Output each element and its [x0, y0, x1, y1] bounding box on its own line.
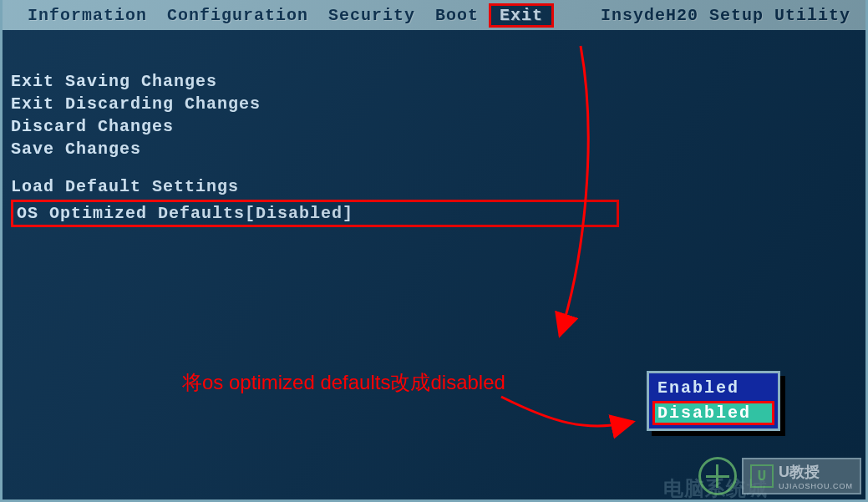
tab-configuration[interactable]: Configuration [157, 4, 318, 27]
watermark-logo: U U教授 UJIAOSHOU.COM [742, 458, 861, 494]
menu-exit-saving[interactable]: Exit Saving Changes [11, 72, 857, 91]
annotation-text: 将os optimized defaults改成disabled [182, 369, 505, 396]
os-opt-popup: Enabled Disabled [647, 371, 780, 431]
menu-os-optimized-defaults[interactable]: OS Optimized Defaults [Disabled] [11, 200, 857, 227]
menu-discard-changes[interactable]: Discard Changes [11, 117, 857, 136]
watermark-u-icon: U [750, 464, 774, 488]
tab-security[interactable]: Security [318, 4, 425, 27]
watermark-url: UJIAOSHOU.COM [779, 482, 853, 490]
tab-exit[interactable]: Exit [489, 3, 554, 28]
annotation-highlight-box: OS Optimized Defaults [Disabled] [11, 200, 619, 227]
os-opt-label: OS Optimized Defaults [17, 204, 245, 223]
popup-option-disabled[interactable]: Disabled [652, 401, 774, 425]
tab-boot[interactable]: Boot [425, 4, 489, 27]
watermark-badge-icon [698, 457, 737, 495]
bios-tabs: Information Configuration Security Boot … [18, 3, 554, 28]
menu-exit-discarding[interactable]: Exit Discarding Changes [11, 94, 857, 114]
bios-menubar: Information Configuration Security Boot … [3, 0, 865, 30]
menu-save-changes[interactable]: Save Changes [11, 139, 857, 159]
os-opt-value: [Disabled] [245, 204, 353, 223]
tab-information[interactable]: Information [18, 4, 157, 27]
bios-brand: InsydeH20 Setup Utility [601, 6, 850, 25]
popup-option-enabled[interactable]: Enabled [652, 377, 774, 399]
watermark-brand: U教授 [779, 462, 853, 482]
watermark: U U教授 UJIAOSHOU.COM [698, 457, 861, 495]
exit-panel: Exit Saving Changes Exit Discarding Chan… [3, 30, 865, 236]
menu-load-defaults[interactable]: Load Default Settings [11, 177, 857, 196]
